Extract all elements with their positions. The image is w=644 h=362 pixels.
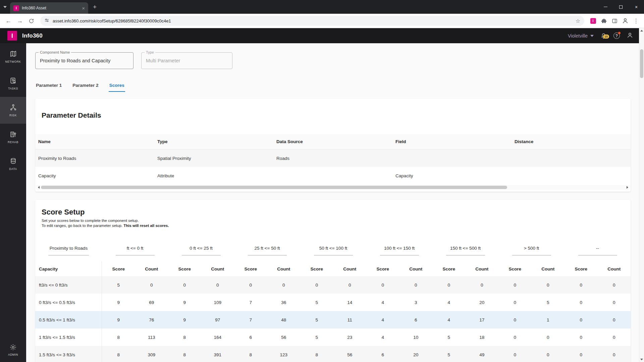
browser-tab[interactable]: I Info360 Asset × <box>10 2 88 14</box>
extensions-puzzle-icon[interactable] <box>598 15 609 26</box>
user-profile-button[interactable] <box>626 32 634 40</box>
score-label: Score <box>234 261 267 276</box>
bookmark-star-icon[interactable]: ☆ <box>576 18 580 24</box>
score-value-cell[interactable]: 5 <box>300 294 333 311</box>
score-value-cell[interactable]: 0 <box>234 276 267 294</box>
score-value-cell[interactable]: 0 <box>366 276 399 294</box>
score-value-cell[interactable]: 7 <box>234 294 267 311</box>
score-value-cell[interactable]: 4 <box>366 294 399 311</box>
forward-icon[interactable]: → <box>14 15 25 26</box>
score-value-cell[interactable]: 8 <box>168 328 201 346</box>
score-value-cell[interactable]: 8 <box>234 346 267 362</box>
score-value-cell[interactable]: 0 <box>565 294 598 311</box>
count-value-cell: 49 <box>466 346 499 362</box>
minimize-button[interactable] <box>598 0 613 14</box>
tab-scores[interactable]: Scores <box>109 81 125 92</box>
score-value-cell[interactable]: 4 <box>366 328 399 346</box>
sidebar-item-tasks[interactable]: TASKS <box>0 70 26 97</box>
count-value-cell: 1 <box>532 311 565 328</box>
horizontal-scrollbar[interactable] <box>36 185 630 190</box>
vertical-scroll-thumb[interactable] <box>640 49 643 78</box>
score-setup-title: Score Setup <box>42 208 85 217</box>
vertical-scrollbar[interactable] <box>639 28 644 362</box>
score-value-cell[interactable]: 6 <box>234 328 267 346</box>
score-value-cell[interactable]: 4 <box>432 294 466 311</box>
pd-column-header: Data Source <box>273 139 392 144</box>
score-value-cell[interactable]: 5 <box>432 346 466 362</box>
score-value-cell[interactable]: 8 <box>168 346 201 362</box>
score-value-cell[interactable]: 0 <box>565 276 598 294</box>
score-value-cell[interactable]: 8 <box>102 346 135 362</box>
database-icon <box>9 157 17 165</box>
scroll-left-icon[interactable] <box>36 186 41 189</box>
new-tab-button[interactable]: + <box>93 3 97 11</box>
score-value-cell[interactable]: 5 <box>102 276 135 294</box>
info360-logo[interactable]: I <box>7 31 17 41</box>
score-value-cell[interactable]: 7 <box>234 311 267 328</box>
score-value-cell[interactable]: 4 <box>432 311 466 328</box>
side-panel-icon[interactable] <box>609 15 620 26</box>
scroll-right-icon[interactable] <box>625 186 630 189</box>
sidebar-item-risk[interactable]: RISK <box>0 97 26 124</box>
score-value-cell[interactable]: 5 <box>300 328 333 346</box>
score-value-cell[interactable]: 0 <box>498 311 532 328</box>
score-value-cell[interactable]: 4 <box>366 311 399 328</box>
tab-parameter-1[interactable]: Parameter 1 <box>35 81 62 92</box>
location-selector[interactable]: Violetville <box>568 33 594 39</box>
browser-menu-icon[interactable]: ⋮ <box>631 15 641 26</box>
site-info-icon[interactable] <box>44 18 49 24</box>
score-value-cell[interactable]: 0 <box>565 311 598 328</box>
maximize-button[interactable] <box>613 0 629 14</box>
notifications-button[interactable]: 15 <box>600 32 607 39</box>
score-value-cell[interactable]: 0 <box>565 328 598 346</box>
address-bar[interactable]: asset.info360.com/risk/cofSetup/628685f8… <box>40 16 584 26</box>
score-value-cell[interactable]: 0 <box>498 346 532 362</box>
sidebar-item-data[interactable]: DATA <box>0 150 26 177</box>
pinned-extension-icon[interactable]: I <box>588 15 598 26</box>
component-name-value[interactable]: Proximity to Roads and Capacity <box>40 53 110 69</box>
reload-icon[interactable] <box>25 15 37 26</box>
score-value-cell[interactable]: 0 <box>498 294 532 311</box>
score-value-cell[interactable]: 0 <box>432 276 466 294</box>
sidebar-item-rehab[interactable]: REHAB <box>0 124 26 150</box>
sidebar-item-admin[interactable]: ADMIN <box>0 338 26 362</box>
score-value-cell[interactable]: 8 <box>102 328 135 346</box>
tab-parameter-2[interactable]: Parameter 2 <box>72 81 99 92</box>
count-value-cell: 0 <box>598 311 631 328</box>
count-value-cell: 0 <box>399 276 433 294</box>
scroll-up-icon[interactable] <box>640 30 643 32</box>
score-value-cell[interactable]: 5 <box>300 311 333 328</box>
horizontal-scroll-thumb[interactable] <box>41 186 507 189</box>
component-name-field[interactable]: Component Name Proximity to Roads and Ca… <box>35 52 133 69</box>
help-button[interactable]: ? <box>613 33 620 39</box>
score-label: Score <box>366 261 399 276</box>
count-value-cell: 97 <box>201 311 234 328</box>
scroll-down-icon[interactable] <box>640 359 643 360</box>
score-value-cell[interactable]: 0 <box>168 276 201 294</box>
score-label: Score <box>432 261 466 276</box>
parameter-details-card: Parameter Details NameTypeData SourceFie… <box>35 99 631 192</box>
tab-close-icon[interactable]: × <box>82 6 85 11</box>
score-label: Score <box>102 261 135 276</box>
score-value-cell[interactable]: 9 <box>168 294 201 311</box>
profile-avatar-icon[interactable] <box>620 15 631 26</box>
score-row-label: 1.5 ft3/s <= 3 ft3/s <box>35 346 102 362</box>
tab-search-chevron-icon[interactable] <box>0 6 10 8</box>
score-label: Score <box>300 261 333 276</box>
score-value-cell[interactable]: 9 <box>168 311 201 328</box>
score-value-cell[interactable]: 9 <box>102 311 135 328</box>
score-value-cell[interactable]: 0 <box>498 328 532 346</box>
score-value-cell[interactable]: 6 <box>366 346 399 362</box>
score-value-cell[interactable]: 0 <box>565 346 598 362</box>
map-icon <box>9 50 17 58</box>
score-row-label: 0.5 ft3/s <= 1 ft3/s <box>35 311 102 328</box>
sidebar-item-network[interactable]: NETWORK <box>0 43 26 70</box>
back-icon[interactable]: ← <box>3 15 14 26</box>
score-value-cell[interactable]: 8 <box>300 346 333 362</box>
score-value-cell[interactable]: 0 <box>300 276 333 294</box>
close-button[interactable]: × <box>629 0 644 14</box>
score-value-cell[interactable]: 9 <box>102 294 135 311</box>
url-text[interactable]: asset.info360.com/risk/cofSetup/628685f8… <box>53 18 572 23</box>
score-value-cell[interactable]: 0 <box>498 276 532 294</box>
score-value-cell[interactable]: 5 <box>432 328 466 346</box>
